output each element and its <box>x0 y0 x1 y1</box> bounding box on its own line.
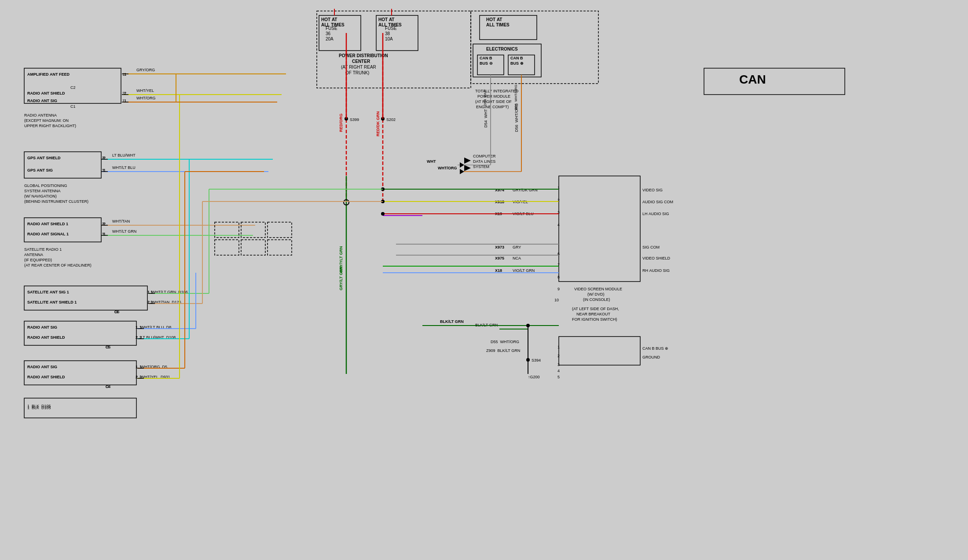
wiring-diagram <box>0 0 968 560</box>
